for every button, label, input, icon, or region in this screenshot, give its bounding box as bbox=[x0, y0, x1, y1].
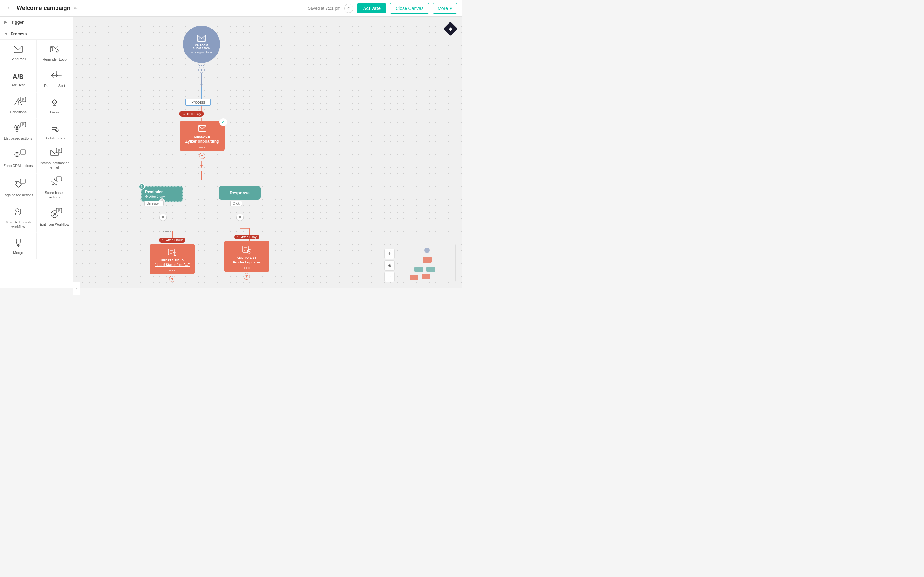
sidebar-collapse-button[interactable]: ‹ bbox=[73, 282, 80, 288]
sidebar-item-merge[interactable]: Merge bbox=[0, 233, 37, 259]
svg-line-91 bbox=[197, 39, 200, 41]
svg-rect-114 bbox=[422, 274, 430, 279]
svg-marker-70 bbox=[200, 84, 203, 87]
zoom-out-button[interactable]: − bbox=[384, 272, 395, 282]
message-name: Zylker onboarding bbox=[183, 139, 221, 143]
conditions-icon bbox=[14, 98, 23, 108]
trigger-section-label: Trigger bbox=[10, 20, 24, 25]
update-field-name: "Lead Status" to "..." bbox=[152, 263, 192, 267]
svg-line-4 bbox=[51, 73, 54, 76]
header: ← Welcome campaign ✏ Saved at 7:21 pm ↻ … bbox=[0, 0, 462, 17]
delay-icon bbox=[51, 98, 58, 108]
svg-rect-111 bbox=[414, 267, 423, 271]
svg-point-12 bbox=[18, 103, 19, 104]
trigger-subtitle: Any signup form bbox=[191, 51, 212, 54]
sidebar-item-score-based-actions[interactable]: Score based actions bbox=[37, 173, 73, 203]
list-based-actions-icon bbox=[14, 124, 23, 134]
exit-from-workflow-icon bbox=[50, 210, 59, 220]
zoho-crm-icon bbox=[14, 151, 23, 161]
svg-marker-75 bbox=[200, 165, 203, 168]
update-fields-icon bbox=[50, 124, 59, 134]
edit-icon[interactable]: ✏ bbox=[74, 6, 78, 11]
add-node-button-right[interactable]: ▼ bbox=[236, 214, 244, 221]
sidebar-item-internal-notification-email[interactable]: Internal notification email bbox=[37, 145, 73, 173]
reminder-label: Reminder ... bbox=[145, 190, 179, 194]
response-node[interactable]: Response bbox=[219, 186, 260, 200]
process-section-label: Process bbox=[11, 31, 27, 36]
message-node[interactable]: ✓ MESSAGE Zylker onboarding ▼ bbox=[180, 121, 225, 159]
svg-point-34 bbox=[56, 129, 57, 131]
diamond-icon: ◆ bbox=[443, 22, 457, 36]
activate-button[interactable]: Activate bbox=[357, 3, 386, 13]
refresh-button[interactable]: ↻ bbox=[344, 4, 353, 13]
trigger-node[interactable]: ON FORM SUBMISSION Any signup form ▼ bbox=[183, 26, 220, 73]
add-to-list-node[interactable]: ⏱After 1 day ADD TO LIST Product updates bbox=[224, 235, 270, 279]
process-section-header[interactable]: ▼ Process bbox=[0, 28, 73, 40]
random-split-label: Random Split bbox=[44, 83, 65, 88]
sidebar-item-update-fields[interactable]: Update fields bbox=[37, 119, 73, 145]
add-to-list-title: ADD TO LIST bbox=[226, 256, 267, 259]
svg-line-92 bbox=[204, 39, 206, 41]
move-to-end-of-workflow-icon bbox=[14, 208, 23, 218]
ab-test-label: A/B Test bbox=[11, 83, 25, 87]
more-button[interactable]: More ▾ bbox=[433, 3, 457, 14]
workflow-canvas[interactable]: ◆ ON FORM SUBMISSION Any signup form bbox=[73, 17, 462, 288]
sidebar-item-list-based-actions[interactable]: List based actions bbox=[0, 119, 37, 145]
sidebar-item-reminder-loop[interactable]: Reminder Loop bbox=[37, 40, 73, 66]
back-button[interactable]: ← bbox=[5, 3, 13, 13]
sidebar-item-exit-from-workflow[interactable]: Exit from Workflow bbox=[37, 203, 73, 233]
score-based-actions-label: Score based actions bbox=[39, 190, 70, 200]
delay-label: Delay bbox=[50, 110, 59, 114]
minimap bbox=[398, 243, 456, 282]
tags-based-actions-icon bbox=[14, 181, 23, 191]
main-layout: ▶ Trigger ▼ Process Send Mail bbox=[0, 17, 462, 288]
svg-line-5 bbox=[51, 76, 54, 78]
move-to-end-of-workflow-label: Move to End-of-workflow bbox=[3, 220, 34, 229]
sidebar-item-zoho-crm-actions[interactable]: Zoho CRM actions bbox=[0, 145, 37, 173]
sidebar-item-tags-based-actions[interactable]: Tags based actions bbox=[0, 173, 37, 203]
zoom-in-button[interactable]: + bbox=[384, 249, 395, 259]
reminder-node[interactable]: 1 Reminder ... ⏱ After 1 day ℹ bbox=[141, 186, 183, 201]
header-left: ← Welcome campaign ✏ bbox=[5, 3, 78, 13]
list-based-actions-label: List based actions bbox=[4, 136, 32, 141]
header-right: Saved at 7:21 pm ↻ Activate Close Canvas… bbox=[308, 3, 457, 14]
branch-label-unrespo: Unrespo... bbox=[144, 201, 164, 206]
internal-notification-email-label: Internal notification email bbox=[39, 161, 70, 170]
sidebar-item-move-to-end-of-workflow[interactable]: Move to End-of-workflow bbox=[0, 203, 37, 233]
process-label: Process bbox=[186, 99, 211, 106]
svg-point-35 bbox=[15, 152, 19, 157]
svg-text:◆: ◆ bbox=[449, 26, 453, 31]
send-mail-label: Send Mail bbox=[10, 57, 26, 61]
sidebar-item-conditions[interactable]: Conditions bbox=[0, 92, 37, 119]
reminder-loop-icon bbox=[50, 45, 59, 55]
svg-point-48 bbox=[16, 182, 17, 184]
svg-rect-112 bbox=[426, 267, 435, 271]
ab-test-icon: A/B bbox=[13, 73, 24, 81]
sidebar-item-send-mail[interactable]: Send Mail bbox=[0, 40, 37, 66]
sidebar-item-random-split[interactable]: Random Split bbox=[37, 66, 73, 92]
add-node-button-left[interactable]: ▼ bbox=[160, 214, 166, 221]
send-mail-icon bbox=[14, 46, 23, 55]
update-field-node[interactable]: ⏱After 1 hour UPDATE FIELD "Lead Status"… bbox=[150, 238, 195, 282]
reminder-loop-label: Reminder Loop bbox=[43, 57, 67, 61]
add-to-list-name: Product updates bbox=[226, 260, 267, 264]
internal-notification-email-icon bbox=[50, 150, 59, 159]
svg-rect-113 bbox=[410, 275, 418, 280]
merge-icon bbox=[14, 238, 23, 248]
sidebar-item-delay[interactable]: Delay bbox=[37, 92, 73, 119]
sidebar-item-ab-test[interactable]: A/B A/B Test bbox=[0, 66, 37, 92]
zoom-reset-button[interactable]: ⊕ bbox=[384, 260, 395, 271]
trigger-section-header[interactable]: ▶ Trigger bbox=[0, 17, 73, 28]
trigger-chevron: ▶ bbox=[5, 20, 7, 24]
svg-rect-18 bbox=[53, 105, 56, 106]
sidebar: ▶ Trigger ▼ Process Send Mail bbox=[0, 17, 73, 288]
message-title: MESSAGE bbox=[183, 135, 221, 138]
exit-from-workflow-label: Exit from Workflow bbox=[40, 222, 69, 227]
response-label: Response bbox=[224, 190, 255, 195]
branch-label-click: Click bbox=[230, 201, 242, 206]
close-canvas-button[interactable]: Close Canvas bbox=[390, 3, 429, 14]
trigger-title: ON FORM SUBMISSION bbox=[186, 44, 217, 50]
score-based-actions-icon bbox=[50, 178, 59, 189]
reminder-number-badge: 1 bbox=[139, 183, 145, 190]
message-check-icon: ✓ bbox=[220, 118, 227, 126]
